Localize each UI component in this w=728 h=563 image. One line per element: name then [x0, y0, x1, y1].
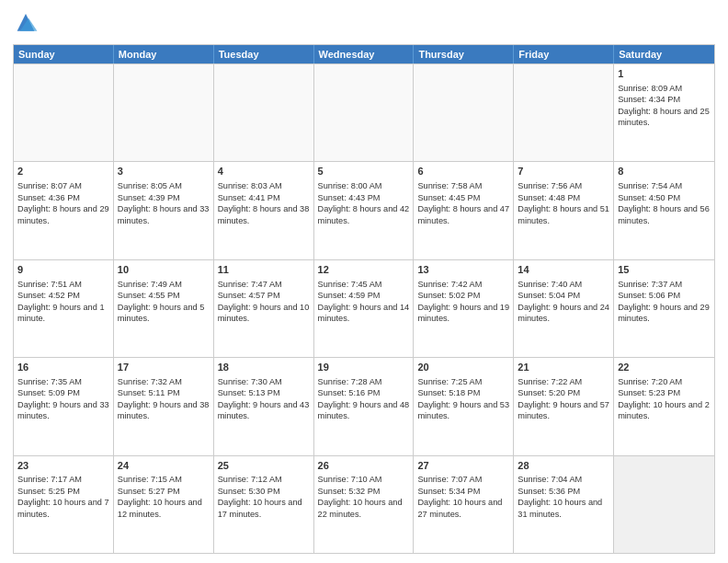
day-number: 26 [318, 459, 410, 473]
sunrise-text: Sunrise: 7:25 AM [417, 376, 509, 387]
sunset-text: Sunset: 5:34 PM [417, 486, 509, 497]
daylight-text: Daylight: 9 hours and 10 minutes. [218, 302, 310, 325]
daylight-text: Daylight: 10 hours and 17 minutes. [218, 497, 310, 520]
daylight-text: Daylight: 8 hours and 25 minutes. [618, 106, 711, 129]
cal-row-3: 16Sunrise: 7:35 AMSunset: 5:09 PMDayligh… [14, 357, 714, 454]
sunrise-text: Sunrise: 7:35 AM [17, 376, 109, 387]
sunset-text: Sunset: 4:43 PM [318, 192, 410, 203]
cal-cell-10: 10Sunrise: 7:49 AMSunset: 4:55 PMDayligh… [114, 260, 214, 357]
cal-row-2: 9Sunrise: 7:51 AMSunset: 4:52 PMDaylight… [14, 259, 714, 357]
cal-cell-26: 26Sunrise: 7:10 AMSunset: 5:32 PMDayligh… [314, 456, 415, 553]
cal-row-1: 2Sunrise: 8:07 AMSunset: 4:36 PMDaylight… [14, 161, 714, 259]
day-number: 2 [17, 165, 109, 178]
daylight-text: Daylight: 10 hours and 7 minutes. [17, 497, 109, 520]
daylight-text: Daylight: 9 hours and 19 minutes. [417, 302, 509, 325]
sunset-text: Sunset: 4:55 PM [118, 290, 210, 301]
cal-cell-15: 15Sunrise: 7:37 AMSunset: 5:06 PMDayligh… [614, 260, 714, 357]
sunrise-text: Sunrise: 7:45 AM [318, 279, 410, 290]
cal-cell-6: 6Sunrise: 7:58 AMSunset: 4:45 PMDaylight… [414, 162, 514, 259]
daylight-text: Daylight: 9 hours and 14 minutes. [318, 302, 410, 325]
cal-cell-23: 23Sunrise: 7:17 AMSunset: 5:25 PMDayligh… [14, 456, 114, 553]
sunrise-text: Sunrise: 7:40 AM [518, 279, 609, 290]
sunrise-text: Sunrise: 7:22 AM [518, 376, 609, 387]
sunset-text: Sunset: 5:06 PM [618, 290, 711, 301]
day-number: 8 [618, 165, 711, 178]
day-number: 14 [518, 263, 609, 277]
sunrise-text: Sunrise: 7:54 AM [618, 180, 711, 191]
sunset-text: Sunset: 4:39 PM [118, 192, 210, 203]
daylight-text: Daylight: 10 hours and 27 minutes. [417, 497, 509, 520]
sunrise-text: Sunrise: 7:37 AM [618, 279, 711, 290]
daylight-text: Daylight: 8 hours and 51 minutes. [518, 203, 609, 226]
day-number: 16 [17, 361, 109, 374]
sunrise-text: Sunrise: 7:12 AM [218, 474, 310, 485]
cal-row-4: 23Sunrise: 7:17 AMSunset: 5:25 PMDayligh… [14, 455, 714, 553]
daylight-text: Daylight: 9 hours and 43 minutes. [218, 399, 310, 422]
sunset-text: Sunset: 5:23 PM [618, 387, 711, 398]
sunrise-text: Sunrise: 7:58 AM [417, 180, 509, 191]
cal-cell-13: 13Sunrise: 7:42 AMSunset: 5:02 PMDayligh… [414, 260, 514, 357]
day-number: 27 [417, 459, 509, 473]
logo-icon [13, 11, 39, 37]
daylight-text: Daylight: 9 hours and 48 minutes. [318, 399, 410, 422]
cal-cell-14: 14Sunrise: 7:40 AMSunset: 5:04 PMDayligh… [514, 260, 614, 357]
sunset-text: Sunset: 5:16 PM [318, 387, 410, 398]
sunset-text: Sunset: 4:57 PM [218, 290, 310, 301]
day-number: 3 [118, 165, 210, 178]
header-day-thursday: Thursday [414, 45, 514, 63]
sunrise-text: Sunrise: 7:10 AM [318, 474, 410, 485]
daylight-text: Daylight: 10 hours and 31 minutes. [518, 497, 609, 520]
header-day-wednesday: Wednesday [314, 45, 415, 63]
day-number: 25 [218, 459, 310, 473]
day-number: 24 [118, 459, 210, 473]
day-number: 1 [618, 67, 711, 81]
day-number: 9 [17, 263, 109, 277]
cal-cell-22: 22Sunrise: 7:20 AMSunset: 5:23 PMDayligh… [614, 358, 714, 454]
day-number: 13 [417, 263, 509, 277]
sunset-text: Sunset: 4:36 PM [17, 192, 109, 203]
day-number: 12 [318, 263, 410, 277]
cal-cell-20: 20Sunrise: 7:25 AMSunset: 5:18 PMDayligh… [414, 358, 514, 454]
day-number: 6 [417, 165, 509, 178]
sunrise-text: Sunrise: 7:56 AM [518, 180, 609, 191]
sunset-text: Sunset: 4:45 PM [417, 192, 509, 203]
sunrise-text: Sunrise: 7:20 AM [618, 376, 711, 387]
sunrise-text: Sunrise: 7:04 AM [518, 474, 609, 485]
sunset-text: Sunset: 5:11 PM [118, 387, 210, 398]
sunset-text: Sunset: 5:09 PM [17, 387, 109, 398]
daylight-text: Daylight: 9 hours and 29 minutes. [618, 302, 711, 325]
cal-row-0: 1Sunrise: 8:09 AMSunset: 4:34 PMDaylight… [14, 63, 714, 161]
daylight-text: Daylight: 8 hours and 42 minutes. [318, 203, 410, 226]
header-day-tuesday: Tuesday [214, 45, 314, 63]
page: SundayMondayTuesdayWednesdayThursdayFrid… [0, 0, 728, 563]
daylight-text: Daylight: 8 hours and 47 minutes. [417, 203, 509, 226]
cal-cell-1: 1Sunrise: 8:09 AMSunset: 4:34 PMDaylight… [614, 64, 714, 161]
cal-cell-28: 28Sunrise: 7:04 AMSunset: 5:36 PMDayligh… [514, 456, 614, 553]
day-number: 21 [518, 361, 609, 374]
cal-cell-11: 11Sunrise: 7:47 AMSunset: 4:57 PMDayligh… [214, 260, 314, 357]
daylight-text: Daylight: 10 hours and 22 minutes. [318, 497, 410, 520]
day-number: 23 [17, 459, 109, 473]
day-number: 19 [318, 361, 410, 374]
day-number: 22 [618, 361, 711, 374]
sunrise-text: Sunrise: 7:32 AM [118, 376, 210, 387]
sunset-text: Sunset: 4:41 PM [218, 192, 310, 203]
cal-cell-empty-4-6 [614, 456, 714, 553]
cal-cell-16: 16Sunrise: 7:35 AMSunset: 5:09 PMDayligh… [14, 358, 114, 454]
header [13, 11, 715, 37]
daylight-text: Daylight: 10 hours and 12 minutes. [118, 497, 210, 520]
sunrise-text: Sunrise: 7:07 AM [417, 474, 509, 485]
sunrise-text: Sunrise: 7:28 AM [318, 376, 410, 387]
daylight-text: Daylight: 9 hours and 24 minutes. [518, 302, 609, 325]
cal-cell-empty-0-5 [514, 64, 614, 161]
daylight-text: Daylight: 9 hours and 53 minutes. [417, 399, 509, 422]
daylight-text: Daylight: 8 hours and 33 minutes. [118, 203, 210, 226]
cal-cell-3: 3Sunrise: 8:05 AMSunset: 4:39 PMDaylight… [114, 162, 214, 259]
sunrise-text: Sunrise: 7:30 AM [218, 376, 310, 387]
cal-cell-12: 12Sunrise: 7:45 AMSunset: 4:59 PMDayligh… [314, 260, 415, 357]
sunrise-text: Sunrise: 7:49 AM [118, 279, 210, 290]
sunrise-text: Sunrise: 8:09 AM [618, 83, 711, 94]
daylight-text: Daylight: 9 hours and 38 minutes. [118, 399, 210, 422]
cal-cell-24: 24Sunrise: 7:15 AMSunset: 5:27 PMDayligh… [114, 456, 214, 553]
sunset-text: Sunset: 4:50 PM [618, 192, 711, 203]
